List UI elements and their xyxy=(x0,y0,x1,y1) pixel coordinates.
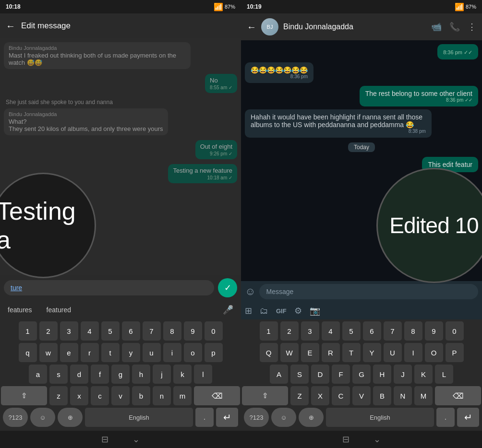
key-y[interactable]: y xyxy=(122,343,140,362)
key-g[interactable]: g xyxy=(111,365,130,384)
key-f[interactable]: f xyxy=(91,365,109,384)
key-9[interactable]: 9 xyxy=(184,321,202,341)
gif-icon[interactable]: GIF xyxy=(276,307,287,315)
key-4[interactable]: 4 xyxy=(81,321,99,341)
key-Z[interactable]: Z xyxy=(290,386,309,405)
key-1[interactable]: 1 xyxy=(19,321,37,341)
chat-back-button[interactable]: ← xyxy=(247,22,256,33)
key-5[interactable]: 5 xyxy=(101,321,120,341)
nav-home-icon[interactable]: ⊟ xyxy=(101,434,108,445)
emoji-key[interactable]: ☺ xyxy=(30,408,55,427)
period-key[interactable]: . xyxy=(436,408,455,427)
key-r[interactable]: r xyxy=(81,343,99,362)
key-0[interactable]: 0 xyxy=(205,321,223,341)
key-0[interactable]: 0 xyxy=(446,321,464,341)
key-W[interactable]: W xyxy=(280,343,299,362)
key-D[interactable]: D xyxy=(311,365,329,384)
enter-key[interactable]: ↵ xyxy=(457,408,479,427)
key-u[interactable]: u xyxy=(143,343,161,362)
key-9[interactable]: 9 xyxy=(425,321,443,341)
key-Y[interactable]: Y xyxy=(363,343,381,362)
key-U[interactable]: U xyxy=(384,343,402,362)
key-P[interactable]: P xyxy=(446,343,464,362)
key-2[interactable]: 2 xyxy=(280,321,299,341)
key-O[interactable]: O xyxy=(425,343,443,362)
space-key[interactable]: English xyxy=(85,408,193,427)
key-x[interactable]: x xyxy=(70,386,88,405)
period-key[interactable]: . xyxy=(195,408,214,427)
key-8[interactable]: 8 xyxy=(404,321,422,341)
key-m[interactable]: m xyxy=(173,386,192,405)
key-j[interactable]: j xyxy=(153,365,171,384)
key-7[interactable]: 7 xyxy=(384,321,402,341)
camera-icon[interactable]: 📷 xyxy=(310,306,320,316)
num-key[interactable]: ?123 xyxy=(3,408,28,427)
num-key[interactable]: ?123 xyxy=(244,408,269,427)
sticker-icon[interactable]: 🗂 xyxy=(260,306,268,316)
key-J[interactable]: J xyxy=(394,365,412,384)
autocomplete-word1[interactable]: features xyxy=(8,304,32,316)
backspace-key[interactable]: ⌫ xyxy=(435,386,481,405)
key-k[interactable]: k xyxy=(173,365,192,384)
autocomplete-word2[interactable]: featured xyxy=(47,304,71,316)
more-options-icon[interactable]: ⋮ xyxy=(468,22,476,32)
key-c[interactable]: c xyxy=(91,386,109,405)
shift-key[interactable]: ⇧ xyxy=(1,386,47,405)
key-1[interactable]: 1 xyxy=(260,321,278,341)
backspace-key[interactable]: ⌫ xyxy=(194,386,240,405)
key-o[interactable]: o xyxy=(184,343,202,362)
nav-home-icon[interactable]: ⊟ xyxy=(342,434,349,445)
key-n[interactable]: n xyxy=(153,386,171,405)
back-button[interactable]: ← xyxy=(6,21,15,32)
key-w[interactable]: w xyxy=(39,343,58,362)
key-E[interactable]: E xyxy=(301,343,319,362)
voice-call-icon[interactable]: 📞 xyxy=(449,22,460,32)
contact-name[interactable]: Bindu Jonnalagadda xyxy=(283,23,426,31)
nav-chevron-icon[interactable]: ⌄ xyxy=(133,434,140,445)
key-N[interactable]: N xyxy=(394,386,412,405)
key-p[interactable]: p xyxy=(205,343,223,362)
key-4[interactable]: 4 xyxy=(322,321,340,341)
grid-icon[interactable]: ⊞ xyxy=(245,306,252,316)
key-A[interactable]: A xyxy=(270,365,288,384)
key-B[interactable]: B xyxy=(373,386,391,405)
key-K[interactable]: K xyxy=(414,365,433,384)
enter-key[interactable]: ↵ xyxy=(216,408,238,427)
key-q[interactable]: q xyxy=(19,343,37,362)
mic-icon[interactable]: 🎤 xyxy=(223,305,233,315)
emoji-button[interactable]: ☺ xyxy=(245,285,255,298)
message-input[interactable]: Message xyxy=(259,284,478,299)
key-M[interactable]: M xyxy=(414,386,433,405)
send-button[interactable]: ✓ xyxy=(218,278,237,297)
settings-icon[interactable]: ⚙ xyxy=(294,306,302,316)
key-i[interactable]: i xyxy=(163,343,181,362)
key-R[interactable]: R xyxy=(322,343,340,362)
space-key[interactable]: English xyxy=(326,408,434,427)
key-d[interactable]: d xyxy=(70,365,88,384)
key-X[interactable]: X xyxy=(311,386,329,405)
key-5[interactable]: 5 xyxy=(342,321,361,341)
key-t[interactable]: t xyxy=(101,343,120,362)
key-V[interactable]: V xyxy=(352,386,371,405)
key-C[interactable]: C xyxy=(332,386,350,405)
key-T[interactable]: T xyxy=(342,343,361,362)
key-z[interactable]: z xyxy=(49,386,68,405)
key-H[interactable]: H xyxy=(373,365,391,384)
video-call-icon[interactable]: 📹 xyxy=(431,22,442,32)
key-3[interactable]: 3 xyxy=(301,321,319,341)
key-v[interactable]: v xyxy=(111,386,130,405)
key-6[interactable]: 6 xyxy=(122,321,140,341)
key-l[interactable]: l xyxy=(194,365,212,384)
globe-key[interactable]: ⊕ xyxy=(299,408,324,427)
key-G[interactable]: G xyxy=(352,365,371,384)
key-Q[interactable]: Q xyxy=(260,343,278,362)
key-7[interactable]: 7 xyxy=(143,321,161,341)
key-L[interactable]: L xyxy=(435,365,453,384)
key-h[interactable]: h xyxy=(132,365,150,384)
shift-key[interactable]: ⇧ xyxy=(242,386,288,405)
key-F[interactable]: F xyxy=(332,365,350,384)
key-a[interactable]: a xyxy=(29,365,47,384)
emoji-key[interactable]: ☺ xyxy=(271,408,296,427)
key-S[interactable]: S xyxy=(290,365,309,384)
key-e[interactable]: e xyxy=(60,343,78,362)
